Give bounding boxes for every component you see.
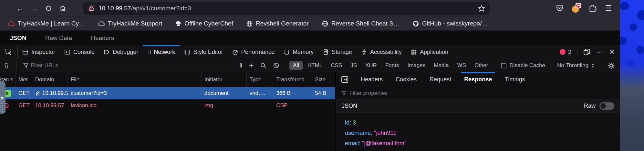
filter-ws[interactable]: WS [454, 61, 470, 70]
tab-network[interactable]: ↑↓ Network [143, 45, 180, 59]
bookmark-label: TryHackMe | Learn Cy… [18, 20, 85, 27]
expand-arrow-icon: ▶ [1, 96, 4, 100]
back-button[interactable]: ← [13, 3, 27, 14]
pick-element-button[interactable] [0, 45, 18, 59]
column-transferred[interactable]: Transferred [273, 72, 312, 87]
tab-inspector[interactable]: Inspector [18, 45, 60, 59]
performance-analysis-button[interactable] [336, 76, 354, 83]
style-editor-icon: { } [184, 49, 191, 55]
column-type[interactable]: Type [247, 72, 274, 87]
transferred-cell: CSP [273, 102, 312, 109]
json-property-username[interactable]: username: "john911" [345, 128, 620, 138]
bookmark-revshell-generator[interactable]: Revshell Generator [246, 20, 309, 27]
filter-css[interactable]: CSS [327, 61, 346, 70]
tab-headers[interactable]: Headers [91, 35, 114, 42]
tab-console[interactable]: Console [60, 45, 99, 59]
responsive-design-mode-button[interactable] [583, 48, 590, 55]
json-property-id[interactable]: id: 3 [345, 117, 620, 128]
column-file[interactable]: File [68, 72, 202, 87]
url-bar[interactable]: 10.10.99.57/api/v1/customer?id=3 [83, 2, 490, 15]
tab-accessibility[interactable]: Accessibility [357, 45, 406, 59]
bookmark-tryhackme[interactable]: TryHackMe | Learn Cy… [8, 20, 85, 27]
tab-request[interactable]: Request [423, 72, 458, 87]
tab-response[interactable]: Response [458, 72, 498, 87]
transferred-cell: 366 B [273, 90, 312, 96]
method-cell: GET [16, 102, 32, 109]
bookmark-label: Reverse Shell Cheat S… [331, 20, 400, 27]
filter-xhr[interactable]: XHR [362, 61, 380, 70]
home-button[interactable] [56, 3, 70, 14]
separator [286, 61, 286, 70]
tab-performance[interactable]: Performance [228, 45, 279, 59]
network-icon: ↑↓ [147, 49, 151, 55]
devtools-more-options-button[interactable]: ⋯ [596, 48, 603, 56]
filter-other[interactable]: Other [471, 61, 492, 70]
tab-application[interactable]: Application [406, 45, 453, 59]
pause-recording-button[interactable]: ‖ [236, 62, 246, 69]
tab-raw-data[interactable]: Raw Data [45, 35, 72, 42]
tab-storage[interactable]: Storage [318, 45, 357, 59]
json-property-email[interactable]: email: "j@fakemail.thm" [345, 138, 620, 148]
filter-media[interactable]: Media [430, 61, 452, 70]
property-key: id [345, 119, 349, 126]
storage-icon [323, 49, 329, 55]
extensions-button[interactable] [589, 5, 597, 12]
clear-requests-button[interactable] [0, 62, 13, 69]
bookmark-label: GitHub - swisskyrepo/… [422, 20, 488, 27]
network-settings-button[interactable] [604, 62, 620, 69]
raw-toggle-switch[interactable] [599, 102, 614, 110]
bookmark-tryhackme-support[interactable]: TryHackMe Support [98, 20, 162, 27]
filter-js[interactable]: JS [347, 61, 360, 70]
filter-fonts[interactable]: Fonts [382, 61, 403, 70]
memory-icon [284, 49, 290, 55]
search-button[interactable] [257, 62, 270, 69]
column-size[interactable]: Size [312, 72, 335, 87]
devtools-close-button[interactable]: ✕ [609, 48, 615, 56]
filter-properties-bar[interactable]: Filter properties [336, 87, 620, 99]
pocket-button[interactable] [556, 5, 564, 12]
filter-properties-placeholder: Filter properties [349, 90, 388, 96]
column-domain[interactable]: Domain [32, 72, 68, 87]
column-method[interactable]: Met… [16, 72, 32, 87]
filter-all[interactable]: All [289, 61, 303, 70]
reload-button[interactable] [41, 3, 56, 14]
separator [577, 48, 577, 56]
bookmark-reverse-shell-cheatsheet[interactable]: Reverse Shell Cheat S… [322, 20, 400, 27]
star-icon [478, 5, 485, 12]
checkbox-icon [501, 63, 506, 68]
overlay-scrollbar-handle[interactable]: ▶ [0, 81, 5, 114]
tab-debugger[interactable]: Debugger [99, 45, 143, 59]
cloud-red-icon [8, 20, 15, 27]
filter-urls-input[interactable] [30, 62, 236, 69]
disable-cache-checkbox[interactable]: Disable Cache [498, 62, 548, 69]
error-count-icon[interactable] [560, 49, 566, 55]
tab-style-editor[interactable]: { } Style Editor [180, 45, 228, 59]
foxyproxy-extension-button[interactable] [572, 4, 580, 13]
bookmark-star-button[interactable] [478, 5, 485, 12]
tab-memory[interactable]: Memory [279, 45, 318, 59]
tab-timings[interactable]: Timings [498, 72, 531, 87]
devtools-tabbar: Inspector Console Debugger ↑↓ Network { … [0, 45, 620, 59]
cloud-grey-icon [98, 20, 105, 27]
tab-headers-detail[interactable]: Headers [354, 72, 389, 87]
column-initiator[interactable]: Initiator [202, 72, 247, 87]
filter-html[interactable]: HTML [304, 61, 326, 70]
tab-cookies[interactable]: Cookies [389, 72, 423, 87]
tab-json[interactable]: JSON [10, 35, 26, 42]
request-row-favicon[interactable]: GET 10.10.99.57 favicon.ico img CSP [0, 99, 335, 112]
bookmark-github-swisskyrepo[interactable]: GitHub - swisskyrepo/… [412, 20, 488, 27]
filter-images[interactable]: Images [404, 61, 429, 70]
error-count[interactable]: 2 [568, 49, 571, 55]
reload-icon [45, 5, 52, 12]
menu-button[interactable]: ☰ [605, 4, 612, 13]
home-icon [59, 5, 66, 12]
json-section-header[interactable]: JSON Raw [336, 99, 620, 113]
tab-label: Debugger [113, 49, 138, 55]
bookmark-cyberchef[interactable]: Offline CyberChef [175, 20, 233, 27]
new-request-button[interactable]: + [246, 61, 257, 70]
request-blocking-button[interactable] [270, 62, 283, 69]
request-details-pane: Headers Cookies Request Response Timings… [336, 72, 620, 151]
forward-button[interactable]: → [27, 3, 41, 14]
request-row-customer[interactable]: 200 GET 10.10.99.57 customer?id=3 docume… [0, 87, 335, 99]
throttling-dropdown[interactable]: No Throttling [555, 62, 597, 69]
